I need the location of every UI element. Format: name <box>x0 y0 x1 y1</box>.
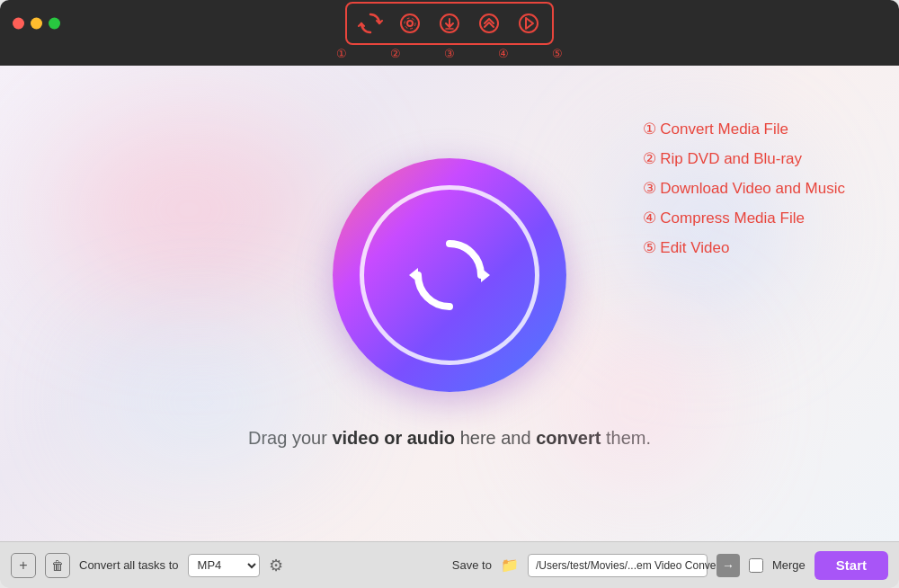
feature-item-2: ② Rip DVD and Blu-ray <box>643 149 845 168</box>
minimize-button[interactable] <box>31 18 42 30</box>
delete-file-button[interactable]: 🗑 <box>45 553 70 578</box>
folder-icon: 📁 <box>501 557 519 574</box>
main-content: ① Convert Media File ② Rip DVD and Blu-r… <box>0 66 899 541</box>
maximize-button[interactable] <box>49 18 60 30</box>
convert-arrows-icon <box>405 230 494 320</box>
settings-button[interactable]: ⚙ <box>269 556 283 575</box>
download-tab-button[interactable] <box>433 7 466 40</box>
merge-label: Merge <box>772 558 806 572</box>
bg-decoration-3 <box>90 334 315 469</box>
dvd-tab-button[interactable] <box>394 7 426 40</box>
start-button[interactable]: Start <box>814 551 888 580</box>
edit-tab-button[interactable] <box>512 7 545 40</box>
format-select[interactable]: MP4 MOV AVI MKV MP3 AAC FLAC <box>188 554 260 577</box>
bottom-bar: + 🗑 Convert all tasks to MP4 MOV AVI MKV… <box>0 541 899 588</box>
feature-item-4: ④ Compress Media File <box>643 209 845 227</box>
toolbar-icons <box>345 2 554 45</box>
feature-item-1: ① Convert Media File <box>643 120 845 138</box>
app-window: ① ② ③ ④ ⑤ ① Convert Media File ② Rip DVD… <box>0 0 899 588</box>
logo-inner-ring <box>360 185 539 365</box>
tab-number-3: ③ <box>426 47 473 60</box>
feature-item-5: ⑤ Edit Video <box>643 238 845 257</box>
feature-item-3: ③ Download Video and Music <box>643 179 845 198</box>
feature-list: ① Convert Media File ② Rip DVD and Blu-r… <box>643 120 845 268</box>
bg-decoration-1 <box>54 120 324 299</box>
svg-point-5 <box>520 14 538 32</box>
tab-number-2: ② <box>372 47 419 60</box>
bg-decoration-4 <box>557 325 719 487</box>
convert-all-label: Convert all tasks to <box>79 558 179 572</box>
svg-marker-6 <box>481 268 490 282</box>
svg-point-0 <box>401 14 419 32</box>
drag-drop-text: Drag your video or audio here and conver… <box>248 428 651 449</box>
save-path-display: /Users/test/Movies/...em Video Converter <box>528 554 708 577</box>
svg-point-1 <box>407 21 413 26</box>
add-file-button[interactable]: + <box>11 553 36 578</box>
tab-number-1: ① <box>318 47 365 60</box>
compress-tab-button[interactable] <box>473 7 505 40</box>
close-button[interactable] <box>13 18 24 30</box>
svg-point-2 <box>405 18 415 29</box>
traffic-lights <box>13 18 60 30</box>
title-bar <box>0 0 899 47</box>
path-arrow-button[interactable]: → <box>717 554 740 577</box>
convert-tab-button[interactable] <box>354 7 387 40</box>
tab-number-4: ④ <box>480 47 527 60</box>
app-logo <box>333 158 566 392</box>
merge-checkbox[interactable] <box>749 558 763 573</box>
tab-number-5: ⑤ <box>534 47 581 60</box>
toolbar-number-labels: ① ② ③ ④ ⑤ <box>0 47 899 66</box>
svg-marker-7 <box>409 268 418 282</box>
save-to-label: Save to <box>452 558 492 572</box>
